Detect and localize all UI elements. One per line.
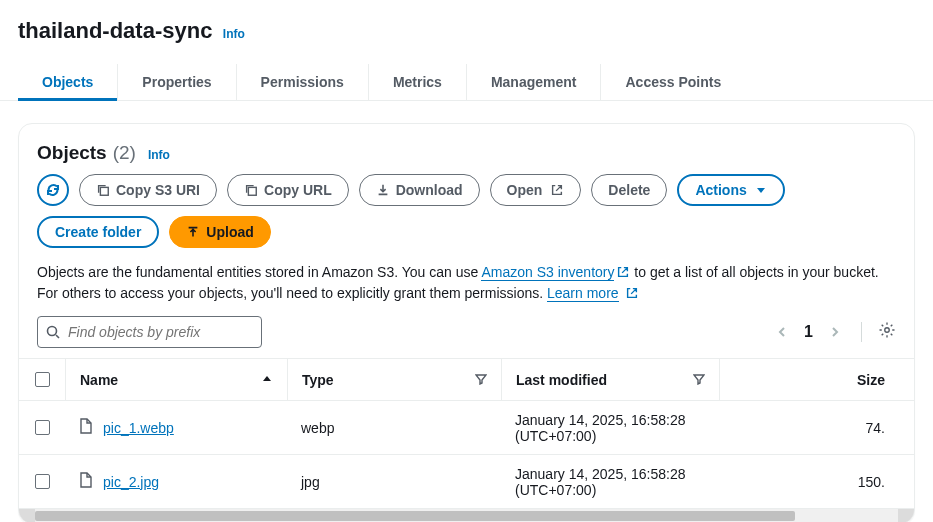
col-type-header[interactable]: Type <box>302 372 334 388</box>
object-type: jpg <box>287 474 501 490</box>
info-link-panel[interactable]: Info <box>148 148 170 162</box>
filter-icon[interactable] <box>475 372 487 388</box>
sort-asc-icon[interactable] <box>261 372 273 388</box>
open-label: Open <box>507 182 543 198</box>
help-text: Objects are the fundamental entities sto… <box>37 262 896 304</box>
svg-rect-1 <box>248 187 256 195</box>
object-size: 150. <box>719 474 899 490</box>
tab-permissions[interactable]: Permissions <box>236 64 368 100</box>
settings-button[interactable] <box>878 321 896 343</box>
copy-icon <box>244 183 258 197</box>
select-all-checkbox[interactable] <box>35 372 50 387</box>
pager-page-number: 1 <box>804 323 813 341</box>
horizontal-scrollbar[interactable] <box>19 509 914 522</box>
create-folder-button[interactable]: Create folder <box>37 216 159 248</box>
copy-icon <box>96 183 110 197</box>
file-icon <box>79 472 93 491</box>
actions-button[interactable]: Actions <box>677 174 784 206</box>
external-link-icon <box>625 286 639 300</box>
tab-management[interactable]: Management <box>466 64 601 100</box>
svg-point-3 <box>885 328 890 333</box>
tabs-bar: Objects Properties Permissions Metrics M… <box>0 64 933 101</box>
objects-table: Name Type Last modified Size pic_1.webp … <box>19 358 914 509</box>
file-icon <box>79 418 93 437</box>
table-row: pic_2.jpg jpg January 14, 2025, 16:58:28… <box>19 455 914 509</box>
row-checkbox[interactable] <box>35 474 50 489</box>
search-input[interactable] <box>37 316 262 348</box>
external-link-icon <box>616 265 630 279</box>
learn-more-link[interactable]: Learn more <box>547 285 619 302</box>
actions-label: Actions <box>695 182 746 198</box>
copy-url-label: Copy URL <box>264 182 332 198</box>
delete-label: Delete <box>608 182 650 198</box>
refresh-icon <box>45 182 61 198</box>
chevron-left-icon <box>776 326 788 338</box>
download-button[interactable]: Download <box>359 174 480 206</box>
copy-url-button[interactable]: Copy URL <box>227 174 349 206</box>
tab-objects[interactable]: Objects <box>18 64 117 100</box>
object-name-link[interactable]: pic_1.webp <box>103 420 174 436</box>
object-type: webp <box>287 420 501 436</box>
tab-access-points[interactable]: Access Points <box>600 64 745 100</box>
inventory-link[interactable]: Amazon S3 inventory <box>481 264 614 281</box>
search-wrapper <box>37 316 262 348</box>
row-checkbox[interactable] <box>35 420 50 435</box>
filter-icon[interactable] <box>693 372 705 388</box>
external-link-icon <box>550 183 564 197</box>
delete-button[interactable]: Delete <box>591 174 667 206</box>
objects-panel: Objects (2) Info Copy S3 URI Copy URL Do… <box>18 123 915 522</box>
tab-metrics[interactable]: Metrics <box>368 64 466 100</box>
upload-label: Upload <box>206 224 253 240</box>
object-name-link[interactable]: pic_2.jpg <box>103 474 159 490</box>
object-modified: January 14, 2025, 16:58:28 (UTC+07:00) <box>501 466 719 498</box>
panel-count: (2) <box>113 142 136 164</box>
bucket-name: thailand-data-sync <box>18 18 212 43</box>
upload-button[interactable]: Upload <box>169 216 270 248</box>
refresh-button[interactable] <box>37 174 69 206</box>
copy-s3-uri-label: Copy S3 URI <box>116 182 200 198</box>
object-size: 74. <box>719 420 899 436</box>
chevron-right-icon <box>829 326 841 338</box>
table-row: pic_1.webp webp January 14, 2025, 16:58:… <box>19 401 914 455</box>
pager-next-button[interactable] <box>825 322 845 342</box>
object-modified: January 14, 2025, 16:58:28 (UTC+07:00) <box>501 412 719 444</box>
download-icon <box>376 183 390 197</box>
col-name-header[interactable]: Name <box>80 372 118 388</box>
col-size-header[interactable]: Size <box>857 372 885 388</box>
pager-prev-button[interactable] <box>772 322 792 342</box>
create-folder-label: Create folder <box>55 224 141 240</box>
open-button[interactable]: Open <box>490 174 582 206</box>
copy-s3-uri-button[interactable]: Copy S3 URI <box>79 174 217 206</box>
download-label: Download <box>396 182 463 198</box>
svg-point-2 <box>48 327 57 336</box>
info-link-header[interactable]: Info <box>223 27 245 41</box>
col-modified-header[interactable]: Last modified <box>516 372 607 388</box>
caret-down-icon <box>755 184 767 196</box>
search-icon <box>45 324 61 344</box>
gear-icon <box>878 321 896 339</box>
upload-icon <box>186 225 200 239</box>
tab-properties[interactable]: Properties <box>117 64 235 100</box>
panel-title: Objects <box>37 142 107 164</box>
svg-rect-0 <box>100 187 108 195</box>
